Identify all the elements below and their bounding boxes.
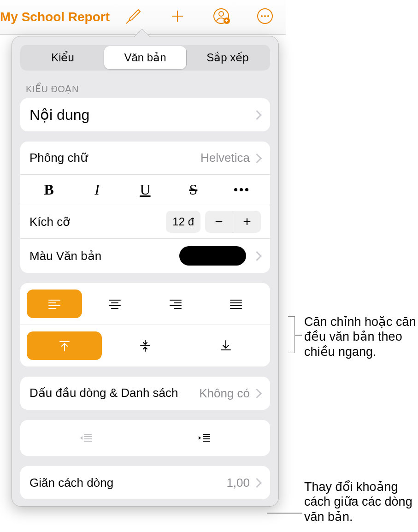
- bold-button[interactable]: B: [25, 181, 73, 198]
- size-decrease-button[interactable]: −: [205, 211, 233, 233]
- bullets-value: Không có: [199, 386, 250, 401]
- size-value[interactable]: 12 đ: [166, 211, 200, 233]
- add-icon[interactable]: [168, 7, 187, 27]
- decrease-indent-button[interactable]: [27, 426, 145, 449]
- text-color-swatch: [179, 246, 246, 266]
- svg-point-8: [261, 15, 263, 17]
- callout-line: [267, 513, 302, 514]
- align-justify-button[interactable]: [209, 290, 264, 318]
- increase-indent-button[interactable]: [145, 426, 264, 449]
- format-popover: Kiểu Văn bản Sắp xếp KIỂU ĐOẠN Nội dung …: [12, 36, 279, 507]
- document-title[interactable]: My School Report: [0, 10, 110, 24]
- alignment-card: [20, 283, 270, 366]
- chevron-icon: [254, 388, 261, 399]
- vertical-align-row: [20, 325, 270, 366]
- paragraph-style-row[interactable]: Nội dung: [20, 98, 270, 131]
- tab-text[interactable]: Văn bản: [104, 46, 186, 69]
- tab-arrange[interactable]: Sắp xếp: [187, 46, 269, 69]
- svg-point-9: [264, 15, 266, 17]
- font-row[interactable]: Phông chữ Helvetica: [20, 142, 270, 175]
- paragraph-style-heading: KIỂU ĐOẠN: [26, 83, 265, 95]
- more-circle-icon[interactable]: [256, 7, 274, 27]
- valign-bottom-button[interactable]: [188, 331, 264, 360]
- chevron-icon: [254, 109, 261, 120]
- paragraph-style-value: Nội dung: [29, 106, 254, 124]
- bullets-label: Dấu đầu dòng & Danh sách: [29, 386, 199, 400]
- callout-bracket: [288, 316, 295, 353]
- size-label: Kích cỡ: [29, 215, 166, 229]
- text-color-row[interactable]: Màu Văn bản: [20, 239, 270, 273]
- format-tabs: Kiểu Văn bản Sắp xếp: [20, 45, 270, 71]
- callout-spacing: Thay đổi khoảng cách giữa các dòng văn b…: [304, 479, 417, 524]
- size-increase-button[interactable]: +: [233, 211, 261, 233]
- callout-line: [295, 335, 302, 336]
- text-color-label: Màu Văn bản: [29, 249, 179, 263]
- font-value: Helvetica: [200, 151, 250, 165]
- text-style-row: B I U S: [20, 175, 270, 205]
- chevron-icon: [254, 250, 261, 261]
- svg-point-10: [267, 15, 269, 17]
- ellipsis-icon: [218, 188, 265, 191]
- valign-top-button[interactable]: [27, 331, 102, 360]
- italic-button[interactable]: I: [73, 181, 121, 198]
- horizontal-align-row: [20, 283, 270, 325]
- underline-button[interactable]: U: [121, 181, 169, 198]
- size-stepper: − +: [205, 211, 261, 233]
- indent-row: [20, 420, 270, 456]
- font-label: Phông chữ: [29, 151, 200, 165]
- format-brush-icon[interactable]: [124, 7, 143, 27]
- callout-align: Căn chỉnh hoặc căn đều văn bản theo chiề…: [304, 314, 418, 359]
- line-spacing-value: 1,00: [226, 476, 250, 490]
- svg-point-3: [219, 12, 224, 16]
- tab-style[interactable]: Kiểu: [22, 46, 104, 69]
- align-left-button[interactable]: [27, 290, 82, 318]
- line-spacing-label: Giãn cách dòng: [29, 476, 226, 490]
- font-size-row: Kích cỡ 12 đ − +: [20, 205, 270, 239]
- align-center-button[interactable]: [88, 290, 143, 318]
- strikethrough-button[interactable]: S: [169, 181, 217, 198]
- more-text-options-button[interactable]: [218, 188, 265, 191]
- line-spacing-row[interactable]: Giãn cách dòng 1,00: [20, 466, 270, 499]
- chevron-icon: [254, 477, 261, 488]
- collaborate-icon[interactable]: [212, 7, 230, 27]
- align-right-button[interactable]: [148, 290, 203, 318]
- chevron-icon: [254, 153, 261, 164]
- valign-middle-button[interactable]: [107, 331, 183, 360]
- bullets-lists-row[interactable]: Dấu đầu dòng & Danh sách Không có: [20, 377, 270, 410]
